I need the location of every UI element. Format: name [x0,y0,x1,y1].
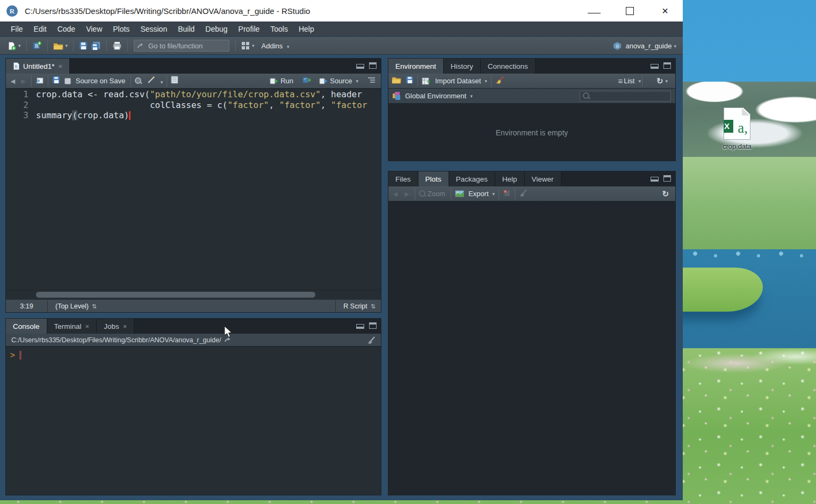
code-line: 2 colClasses = c("factor", "factor", "fa… [6,100,381,111]
save-workspace-button[interactable] [406,76,414,86]
load-workspace-button[interactable] [392,76,401,86]
zoom-plot-icon[interactable] [419,190,426,197]
tab-help[interactable]: Help [495,171,525,186]
chevron-down-icon: ▾ [674,44,676,49]
pane-minimize-icon[interactable] [356,64,364,69]
code-editor[interactable]: 1crop.data <- read.csv("path/to/your/fil… [6,89,381,290]
chevron-down-icon: ▾ [161,80,163,85]
popout-button[interactable] [35,76,44,86]
tab-untitled1[interactable]: R Untitled1* × [6,59,70,74]
rstudio-window: R C:/Users/rbs335/Desktop/Files/Writing/… [0,0,683,500]
menu-item-profile[interactable]: Profile [233,21,265,37]
menu-item-help[interactable]: Help [293,21,320,37]
open-file-button[interactable]: ▾ [52,41,70,51]
menu-item-tools[interactable]: Tools [265,21,293,37]
code-token-string: "path/to/your/file/crop.data.csv" [150,89,321,99]
pane-maximize-icon[interactable] [663,62,671,69]
print-icon [112,41,122,50]
menu-item-edit[interactable]: Edit [28,21,52,37]
pane-maximize-icon[interactable] [369,62,377,69]
refresh-plots-icon[interactable]: ↻ [662,189,669,199]
pane-maximize-icon[interactable] [663,175,671,182]
clear-plots-button[interactable] [519,189,528,199]
pane-maximize-icon[interactable] [369,322,377,329]
next-plot-button[interactable]: ► [403,190,411,198]
tab-connections[interactable]: Connections [481,59,536,74]
addins-button[interactable]: Addins ▾ [262,42,290,50]
desktop-file-crop-data[interactable]: X a, crop.data [716,107,759,150]
menu-item-session[interactable]: Session [135,21,172,37]
rerun-button[interactable] [302,76,312,86]
pane-minimize-icon[interactable] [356,324,364,329]
global-env-selector[interactable]: Global Environment [405,92,466,100]
tab-viewer[interactable]: Viewer [525,171,561,186]
minimize-icon [588,13,601,13]
window-title: C:/Users/rbs335/Desktop/Files/Writing/Sc… [25,6,310,16]
menu-item-plots[interactable]: Plots [107,21,135,37]
tab-close-icon[interactable]: × [59,62,63,70]
back-button[interactable]: ◄ [9,77,17,85]
pane-minimize-icon[interactable] [651,177,659,182]
close-button[interactable]: × [647,0,683,21]
code-tools-button[interactable]: ▾ [147,76,163,86]
page-fold-icon [742,108,750,116]
menu-item-code[interactable]: Code [52,21,81,37]
save-source-button[interactable] [52,76,60,86]
notebook-icon [171,76,178,84]
tab-close-icon[interactable]: × [123,322,127,330]
scrollbar-thumb[interactable] [36,292,315,298]
tab-files[interactable]: Files [388,171,418,186]
print-button[interactable] [111,40,124,51]
maximize-button[interactable] [612,0,647,21]
import-dataset-button[interactable]: Import Dataset ▾ [422,77,487,85]
export-plot-button[interactable]: Export ▾ [455,190,495,198]
console-output[interactable]: > [6,347,381,495]
new-project-button[interactable]: R [31,40,44,52]
horizontal-scrollbar[interactable] [6,290,381,299]
tab-label-help: Help [502,175,517,183]
updown-icon: ⇅ [92,303,97,309]
run-button[interactable]: Run [270,77,295,85]
tab-close-icon[interactable]: × [85,322,90,330]
environment-tab-bar: EnvironmentHistoryConnections [388,59,675,74]
minimize-button[interactable] [576,0,612,21]
document-outline-button[interactable] [367,76,375,86]
remove-plot-button[interactable] [503,189,511,199]
menu-item-view[interactable]: View [81,21,107,37]
file-type-selector[interactable]: R Script⇅ [335,300,381,312]
menu-item-debug[interactable]: Debug [200,21,233,37]
menu-item-build[interactable]: Build [172,21,200,37]
source-button[interactable]: Source ▾ [319,77,358,85]
source-on-save-toggle[interactable]: Source on Save [64,77,127,85]
project-name: anova_r_guide [625,42,671,50]
outline-icon [367,77,375,84]
previous-plot-button[interactable]: ◄ [392,190,399,198]
forward-button[interactable]: ► [20,77,27,85]
list-view-button[interactable]: ≡ List ▾ [618,76,641,85]
open-folder-icon [392,76,401,84]
tab-console[interactable]: Console [6,319,47,334]
clear-environment-button[interactable] [495,76,504,86]
tab-jobs[interactable]: Jobs× [97,319,134,334]
pane-minimize-icon[interactable] [651,64,659,69]
refresh-environment-button[interactable]: ↻ ▾ [656,76,668,86]
project-menu-button[interactable]: R anova_r_guide ▾ [612,37,676,55]
pane-layout-button[interactable]: ▾ [240,40,256,51]
tab-history[interactable]: History [444,59,481,74]
find-replace-icon[interactable] [135,77,142,84]
save-all-button[interactable] [89,40,103,52]
scope-selector[interactable]: (Top Level)⇅ [48,303,335,310]
desktop-file-label: crop.data [716,142,759,150]
goto-file-input[interactable]: Go to file/function [134,40,229,52]
compile-report-button[interactable] [171,76,178,86]
clear-console-icon[interactable] [367,336,375,344]
tab-plots[interactable]: Plots [418,171,449,186]
tab-packages[interactable]: Packages [449,171,495,186]
tab-terminal[interactable]: Terminal× [47,319,97,334]
new-file-button[interactable]: ▾ [5,40,23,52]
environment-search-input[interactable] [580,91,671,102]
save-button[interactable] [77,40,89,51]
tab-environment[interactable]: Environment [388,59,444,74]
code-token-string: "factor" [227,100,269,110]
menu-item-file[interactable]: File [5,21,28,37]
